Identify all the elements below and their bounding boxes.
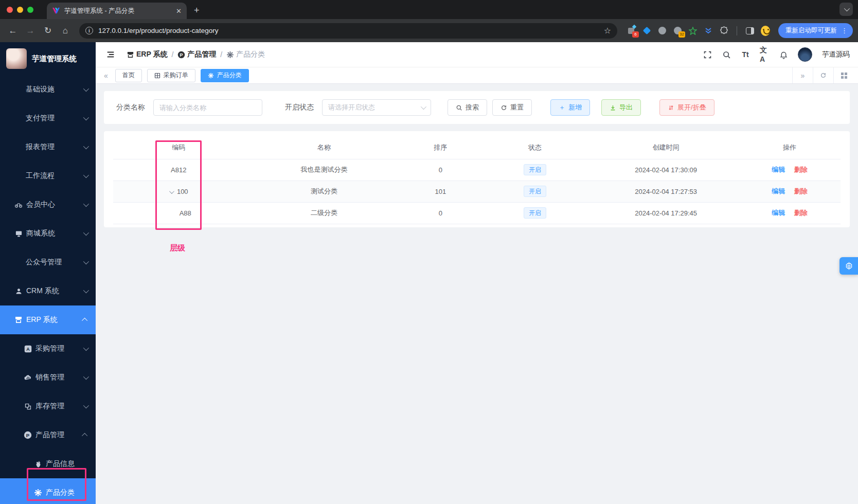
annotation-label: 层级 bbox=[170, 243, 185, 253]
sidebar-item-infrastructure[interactable]: 基础设施 bbox=[0, 75, 96, 104]
edit-link[interactable]: 编辑 bbox=[772, 209, 785, 217]
window-controls bbox=[0, 0, 41, 19]
letter-a-icon: A bbox=[24, 345, 32, 353]
breadcrumb-erp[interactable]: ERP 系统 bbox=[127, 50, 167, 59]
sidebar-item-product-mgmt[interactable]: P 产品管理 bbox=[0, 421, 96, 449]
settings-drawer-button[interactable] bbox=[839, 257, 858, 275]
close-window-button[interactable] bbox=[7, 7, 13, 13]
user-name[interactable]: 芋道源码 bbox=[822, 50, 850, 59]
browser-menu-icon[interactable]: ⋮ bbox=[841, 27, 848, 34]
search-icon[interactable] bbox=[722, 50, 731, 59]
chevron-down-icon bbox=[83, 143, 89, 149]
category-name-input[interactable] bbox=[153, 99, 262, 116]
download-icon bbox=[610, 104, 616, 111]
extension-icon-2[interactable] bbox=[642, 26, 651, 35]
extension-icon-6[interactable] bbox=[704, 26, 713, 35]
gear-icon bbox=[845, 262, 853, 271]
tab-product-category[interactable]: 产品分类 bbox=[201, 69, 249, 82]
chevron-down-icon bbox=[83, 230, 89, 236]
favicon-yudao-logo bbox=[52, 7, 60, 15]
translate-icon[interactable]: 文A bbox=[760, 50, 769, 59]
tabs-scroll-left-icon[interactable]: « bbox=[102, 71, 110, 80]
font-size-icon[interactable]: Tt bbox=[741, 50, 750, 59]
sidebar-item-product-category[interactable]: 产品分类 bbox=[0, 478, 96, 504]
sidebar-item-payment[interactable]: 支付管理 bbox=[0, 104, 96, 133]
sidebar-item-inventory-mgmt[interactable]: 库存管理 bbox=[0, 392, 96, 421]
sidebar-item-report[interactable]: 报表管理 bbox=[0, 133, 96, 161]
add-button[interactable]: ＋ 新增 bbox=[550, 99, 590, 116]
edit-link[interactable]: 编辑 bbox=[772, 187, 785, 195]
edit-link[interactable]: 编辑 bbox=[772, 166, 785, 173]
chevron-down-icon bbox=[83, 115, 89, 120]
status-select[interactable]: 请选择开启状态 bbox=[322, 99, 431, 116]
filter-panel: 分类名称 开启状态 请选择开启状态 搜索 重置 bbox=[104, 91, 850, 124]
user-avatar[interactable] bbox=[798, 47, 812, 62]
bookmark-star-icon[interactable]: ☆ bbox=[604, 26, 611, 35]
sidebar-item-official-account[interactable]: 公众号管理 bbox=[0, 248, 96, 277]
export-button[interactable]: 导出 bbox=[601, 99, 641, 116]
cell-code: A812 bbox=[113, 159, 244, 181]
tabs-menu-grid-icon[interactable] bbox=[833, 67, 854, 83]
sidebar-item-erp-system[interactable]: ERP 系统 bbox=[0, 305, 96, 334]
sidebar-item-purchase-mgmt[interactable]: A 采购管理 bbox=[0, 334, 96, 363]
page-content: 分类名称 开启状态 请选择开启状态 搜索 重置 bbox=[96, 84, 858, 504]
extension-icon-5[interactable] bbox=[688, 26, 698, 35]
breadcrumb-product-mgmt[interactable]: P 产品管理 bbox=[177, 50, 216, 59]
sidebar-item-mall-system[interactable]: 商城系统 bbox=[0, 219, 96, 248]
delete-link[interactable]: 删除 bbox=[794, 166, 808, 173]
profile-avatar[interactable] bbox=[761, 26, 770, 35]
tab-purchase-order[interactable]: 采购订单 bbox=[147, 69, 195, 82]
tab-search-button[interactable] bbox=[839, 3, 853, 16]
side-panel-icon[interactable] bbox=[745, 26, 755, 35]
expand-collapse-button[interactable]: 展开/折叠 bbox=[659, 99, 714, 116]
extensions-puzzle-icon[interactable] bbox=[719, 26, 728, 35]
url-bar[interactable]: i 127.0.0.1/erp/product/product-category… bbox=[79, 23, 617, 39]
tabs-refresh-icon[interactable] bbox=[813, 67, 833, 83]
sort-arrows-icon bbox=[668, 104, 674, 111]
table-header-row: 编码 名称 排序 状态 创建时间 操作 bbox=[113, 136, 841, 159]
cell-name: 我也是测试分类 bbox=[244, 159, 404, 181]
forward-button[interactable]: → bbox=[23, 23, 38, 39]
hamburger-menu-icon[interactable] bbox=[106, 50, 115, 59]
delete-link[interactable]: 删除 bbox=[794, 187, 808, 195]
sidebar-item-sales-mgmt[interactable]: 销售管理 bbox=[0, 363, 96, 392]
sidebar-item-workflow[interactable]: 工作流程 bbox=[0, 161, 96, 190]
category-table: 编码 名称 排序 状态 创建时间 操作 A812 bbox=[113, 136, 841, 224]
tabs-scroll-right-icon[interactable]: » bbox=[792, 67, 813, 83]
url-text: 127.0.0.1/erp/product/product-category bbox=[98, 27, 599, 34]
status-badge: 开启 bbox=[524, 186, 546, 197]
store-icon bbox=[14, 316, 23, 324]
sidebar-logo-row[interactable]: 芋道管理系统 bbox=[0, 42, 96, 75]
site-info-icon[interactable]: i bbox=[85, 27, 93, 34]
relaunch-update-button[interactable]: 重新启动即可更新 ⋮ bbox=[778, 23, 853, 38]
maximize-window-button[interactable] bbox=[27, 7, 33, 13]
reload-button[interactable]: ↻ bbox=[40, 23, 56, 39]
browser-tab[interactable]: 芋道管理系统 - 产品分类 ✕ bbox=[47, 3, 187, 19]
tab-home[interactable]: 首页 bbox=[115, 69, 142, 82]
chevron-down-icon bbox=[421, 104, 426, 110]
minimize-window-button[interactable] bbox=[17, 7, 23, 13]
boxes-icon bbox=[24, 402, 32, 410]
tab-close-icon[interactable]: ✕ bbox=[176, 7, 182, 15]
extension-icon-1[interactable]: 6 bbox=[627, 26, 636, 35]
table-row: A88 二级分类 0 开启 2024-02-04 17:29:45 编辑 删除 bbox=[113, 202, 841, 224]
home-button[interactable]: ⌂ bbox=[58, 23, 73, 39]
new-tab-button[interactable]: + bbox=[194, 5, 200, 16]
sidebar-item-member-center[interactable]: 会员中心 bbox=[0, 190, 96, 219]
chevron-down-icon bbox=[83, 259, 89, 264]
extensions-area: 6 32 bbox=[623, 26, 773, 35]
category-name-label: 分类名称 bbox=[116, 103, 145, 112]
bell-icon[interactable] bbox=[779, 50, 788, 59]
expand-row-icon[interactable] bbox=[169, 189, 174, 194]
back-button[interactable]: ← bbox=[5, 23, 21, 39]
sidebar-item-product-info[interactable]: 产品信息 bbox=[0, 449, 96, 478]
extension-icon-3[interactable] bbox=[657, 26, 667, 35]
reset-button[interactable]: 重置 bbox=[492, 99, 532, 116]
delete-link[interactable]: 删除 bbox=[794, 209, 808, 217]
extension-icon-4[interactable]: 32 bbox=[673, 26, 682, 35]
sidebar-item-crm-system[interactable]: CRM 系统 bbox=[0, 277, 96, 305]
search-button[interactable]: 搜索 bbox=[448, 99, 487, 116]
fullscreen-icon[interactable] bbox=[703, 50, 712, 59]
chevron-down-icon bbox=[83, 86, 89, 92]
cell-created: 2024-02-04 17:30:09 bbox=[593, 159, 739, 181]
